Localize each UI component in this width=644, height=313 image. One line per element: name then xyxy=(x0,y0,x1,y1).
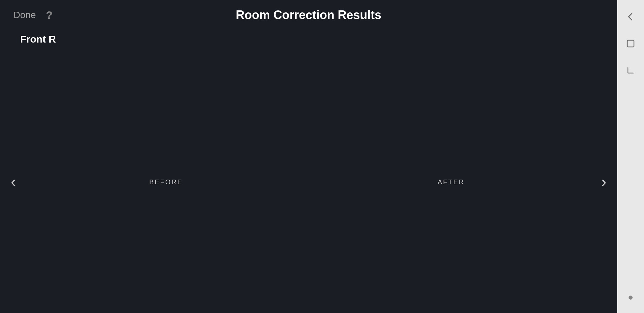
speaker-label: Front R xyxy=(0,30,617,50)
charts-container: BEFORE xyxy=(23,174,594,189)
svg-rect-50 xyxy=(627,40,634,47)
sidebar-dot xyxy=(629,296,633,300)
done-button[interactable]: Done xyxy=(13,10,36,20)
before-label: BEFORE xyxy=(149,174,183,189)
page-title: Room Correction Results xyxy=(236,8,381,22)
graphs-row: BEFORE xyxy=(23,174,594,189)
before-graph-wrapper: BEFORE xyxy=(23,174,309,189)
after-graph-wrapper: AFTER xyxy=(309,174,594,189)
sidebar xyxy=(617,0,644,313)
header: Done ? Room Correction Results xyxy=(0,0,617,30)
after-label: AFTER xyxy=(438,174,465,189)
prev-button[interactable]: ‹ xyxy=(3,172,23,191)
charts-area: ‹ xyxy=(0,50,617,313)
main-content: Done ? Room Correction Results Front R ‹ xyxy=(0,0,617,313)
next-button[interactable]: › xyxy=(594,172,614,191)
back-icon[interactable] xyxy=(621,7,641,27)
help-button[interactable]: ? xyxy=(46,9,53,21)
square-icon[interactable] xyxy=(621,34,641,54)
corner-icon[interactable] xyxy=(621,60,641,80)
